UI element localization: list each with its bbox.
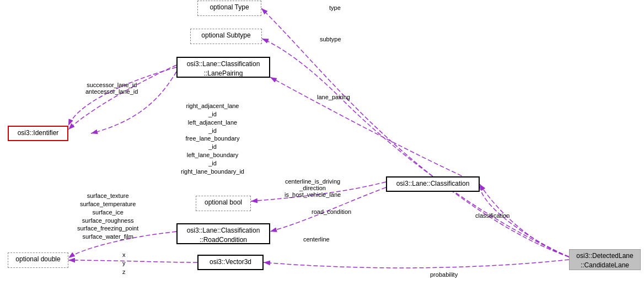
label-road-condition: road_condition bbox=[312, 208, 351, 215]
label-adjacent-ids: right_adjacent_lane_idleft_adjacent_lane… bbox=[181, 102, 244, 176]
label-xyz: xyz bbox=[122, 251, 126, 276]
label-centerline: centerline bbox=[303, 236, 330, 243]
node-road-condition: osi3::Lane::Classification::RoadConditio… bbox=[176, 223, 270, 244]
label-probability: probability bbox=[430, 271, 458, 278]
node-optional-subtype: optional Subtype bbox=[190, 29, 262, 44]
node-detected-lane: osi3::DetectedLane::CandidateLane bbox=[569, 249, 641, 270]
label-lane-pairing: lane_pairing bbox=[317, 94, 350, 100]
label-type: type bbox=[329, 4, 341, 11]
label-classification: classification bbox=[475, 212, 509, 219]
label-successor: successor_lane_idantecessor_lane_id bbox=[85, 82, 138, 95]
label-surface-fields: surface_texturesurface_temperaturesurfac… bbox=[77, 192, 138, 241]
label-subtype: subtype bbox=[320, 36, 341, 42]
node-optional-type: optional Type bbox=[197, 1, 261, 16]
node-osi3-identifier: osi3::Identifier bbox=[8, 126, 68, 141]
node-vector3d: osi3::Vector3d bbox=[197, 255, 264, 270]
node-lane-classification: osi3::Lane::Classification bbox=[386, 176, 480, 192]
node-optional-bool: optional bool bbox=[196, 196, 251, 211]
node-optional-double: optional double bbox=[8, 252, 68, 268]
label-centerline-dir: centerline_is_driving_directionis_host_v… bbox=[285, 178, 341, 198]
node-lane-pairing: osi3::Lane::Classification::LanePairing bbox=[176, 57, 270, 78]
